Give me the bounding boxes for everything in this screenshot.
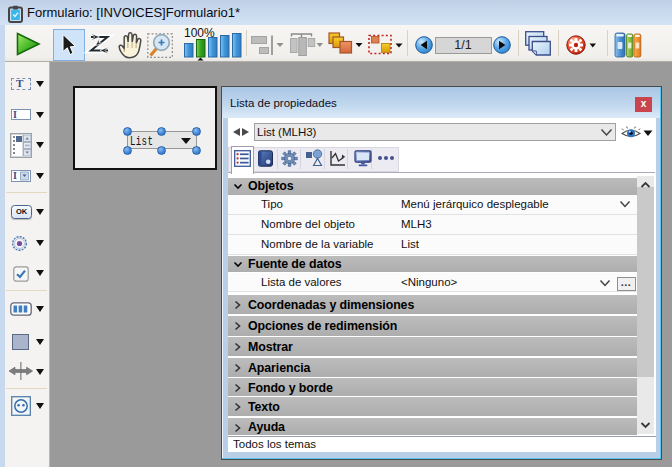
svg-text:I: I xyxy=(13,170,17,181)
